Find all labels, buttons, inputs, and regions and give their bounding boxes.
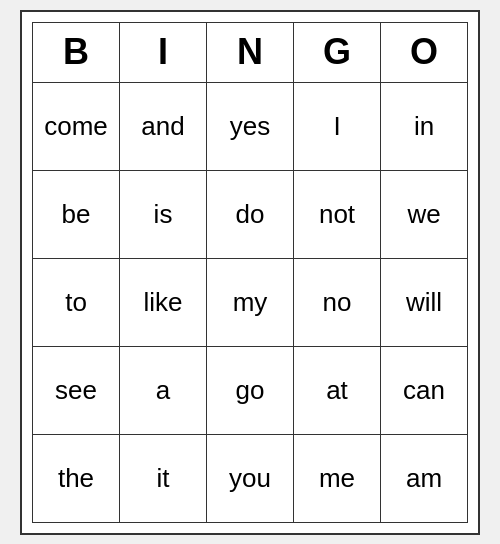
table-cell: no (294, 258, 381, 346)
header-b: B (33, 22, 120, 82)
table-cell: you (207, 434, 294, 522)
table-row: beisdonotwe (33, 170, 468, 258)
header-o: O (381, 22, 468, 82)
table-cell: go (207, 346, 294, 434)
bingo-card: B I N G O comeandyesIinbeisdonotwetolike… (20, 10, 480, 535)
table-row: theityoumeam (33, 434, 468, 522)
table-cell: in (381, 82, 468, 170)
table-cell: to (33, 258, 120, 346)
table-cell: I (294, 82, 381, 170)
table-cell: come (33, 82, 120, 170)
table-cell: see (33, 346, 120, 434)
table-row: comeandyesIin (33, 82, 468, 170)
table-cell: will (381, 258, 468, 346)
table-cell: can (381, 346, 468, 434)
header-i: I (120, 22, 207, 82)
bingo-table: B I N G O comeandyesIinbeisdonotwetolike… (32, 22, 468, 523)
table-cell: a (120, 346, 207, 434)
table-cell: am (381, 434, 468, 522)
table-cell: like (120, 258, 207, 346)
table-cell: be (33, 170, 120, 258)
table-cell: not (294, 170, 381, 258)
bingo-body: comeandyesIinbeisdonotwetolikemynowillse… (33, 82, 468, 522)
table-row: seeagoatcan (33, 346, 468, 434)
header-g: G (294, 22, 381, 82)
table-cell: my (207, 258, 294, 346)
table-cell: me (294, 434, 381, 522)
table-cell: yes (207, 82, 294, 170)
table-cell: at (294, 346, 381, 434)
header-n: N (207, 22, 294, 82)
table-row: tolikemynowill (33, 258, 468, 346)
table-cell: it (120, 434, 207, 522)
table-cell: do (207, 170, 294, 258)
table-cell: and (120, 82, 207, 170)
table-cell: is (120, 170, 207, 258)
header-row: B I N G O (33, 22, 468, 82)
table-cell: we (381, 170, 468, 258)
table-cell: the (33, 434, 120, 522)
